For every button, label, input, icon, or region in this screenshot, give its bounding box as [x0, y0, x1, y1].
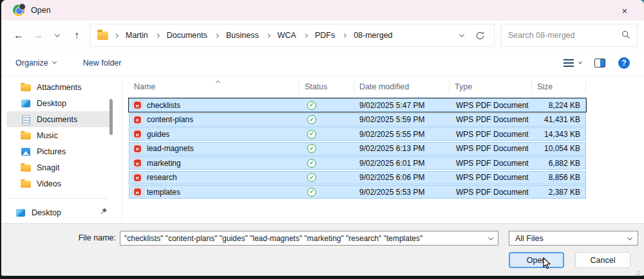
breadcrumb-item[interactable]: WCA: [276, 30, 298, 41]
column-header-type[interactable]: Type: [450, 80, 532, 93]
file-name: checklists: [147, 101, 180, 110]
sidebar-item-label: Attachments: [37, 83, 81, 92]
navigation-sidebar: Attachments Desktop Documents Music Pict…: [1, 76, 122, 223]
help-icon[interactable]: ?: [618, 57, 630, 69]
folder-icon: [21, 82, 31, 93]
file-size: 6,882 KB: [532, 157, 585, 169]
preview-pane-icon[interactable]: [594, 59, 605, 68]
file-type: WPS PDF Document: [450, 157, 532, 169]
sidebar-item-pictures[interactable]: Pictures: [6, 143, 113, 159]
chevron-right-icon: [342, 33, 346, 37]
chrome-app-icon: [13, 4, 24, 16]
folder-icon: [97, 32, 108, 40]
sidebar-item-desktop[interactable]: Desktop: [6, 95, 113, 111]
file-type-select[interactable]: All Files: [509, 231, 638, 246]
file-row-checklists[interactable]: checklists 9/02/2025 5:47 PM WPS PDF Doc…: [129, 98, 586, 112]
file-row-marketing[interactable]: marketing 9/02/2025 6:01 PM WPS PDF Docu…: [129, 156, 586, 170]
file-size: 8,224 KB: [532, 99, 585, 111]
search-input[interactable]: [508, 31, 621, 40]
file-type: WPS PDF Document: [450, 143, 532, 155]
close-icon[interactable]: ×: [612, 1, 638, 20]
list-view-icon: [564, 59, 574, 67]
back-icon[interactable]: ←: [9, 26, 28, 45]
sidebar-item-snagit[interactable]: Snagit: [6, 159, 113, 176]
file-type: WPS PDF Document: [450, 172, 532, 184]
pdf-file-icon: [133, 158, 142, 168]
breadcrumb-item[interactable]: 08-merged: [352, 30, 393, 41]
breadcrumb-item[interactable]: Martin: [124, 30, 149, 41]
status-ok-icon: [307, 115, 316, 124]
recent-locations-icon[interactable]: [48, 26, 67, 45]
file-date: 9/02/2025 5:59 PM: [354, 114, 450, 126]
pin-icon: [100, 208, 108, 217]
refresh-icon[interactable]: [475, 31, 485, 40]
breadcrumb-item[interactable]: PDFs: [314, 30, 336, 41]
window-title: Open: [31, 6, 51, 15]
view-mode-button[interactable]: [564, 59, 582, 67]
column-header-status[interactable]: Status: [299, 80, 354, 93]
dialog-content: Attachments Desktop Documents Music Pict…: [1, 76, 644, 223]
pictures-icon: [21, 147, 31, 157]
file-name-combobox: [120, 231, 498, 246]
column-header-date[interactable]: Date modified: [354, 80, 450, 93]
chevron-down-icon: [55, 32, 60, 37]
file-name: templates: [147, 188, 180, 197]
file-type: WPS PDF Document: [450, 186, 532, 198]
address-bar[interactable]: Martin Documents Business WCA PDFs 08-me…: [90, 24, 495, 47]
sidebar-item-music[interactable]: Music: [6, 127, 113, 143]
breadcrumb-item[interactable]: Documents: [166, 30, 209, 41]
search-icon[interactable]: [621, 30, 630, 41]
sidebar-item-videos[interactable]: Videos: [6, 176, 113, 192]
status-ok-icon: [307, 144, 316, 153]
file-row-templates[interactable]: templates 9/02/2025 5:53 PM WPS PDF Docu…: [129, 185, 586, 199]
pdf-file-icon: [133, 100, 142, 110]
status-ok-icon: [307, 130, 316, 139]
file-row-content-plans[interactable]: content-plans 9/02/2025 5:59 PM WPS PDF …: [129, 113, 586, 127]
file-date: 9/02/2025 5:55 PM: [354, 128, 450, 140]
breadcrumb: Martin Documents Business WCA PDFs 08-me…: [115, 30, 394, 41]
command-toolbar: Organize New folder ?: [1, 50, 644, 76]
sidebar-scrollbar[interactable]: [109, 99, 113, 135]
file-date: 9/02/2025 6:06 PM: [354, 172, 450, 184]
sidebar-item-documents[interactable]: Documents: [6, 111, 113, 127]
address-dropdown-icon[interactable]: [459, 32, 464, 37]
file-date: 9/02/2025 6:13 PM: [354, 143, 450, 155]
up-icon[interactable]: ↑: [67, 26, 86, 45]
open-button[interactable]: Open: [509, 252, 564, 268]
organize-button[interactable]: Organize: [15, 59, 56, 68]
file-date: 9/02/2025 6:01 PM: [354, 157, 450, 169]
pdf-file-icon: [133, 115, 142, 125]
file-name: research: [147, 173, 177, 182]
file-row-research[interactable]: research 9/02/2025 6:06 PM WPS PDF Docum…: [129, 171, 586, 184]
chevron-down-icon[interactable]: [488, 235, 493, 240]
navigation-bar: ← → ↑ Martin Documents Business WCA PDFs…: [1, 21, 644, 50]
file-size: 2,387 KB: [532, 186, 585, 198]
desktop-icon: [15, 208, 26, 218]
sidebar-item-label: Videos: [37, 179, 61, 188]
resize-grip[interactable]: [638, 271, 639, 273]
column-header-size[interactable]: Size: [532, 80, 586, 93]
file-date: 9/02/2025 5:47 PM: [354, 99, 450, 111]
sidebar-item-attachments[interactable]: Attachments: [6, 79, 113, 95]
new-folder-button[interactable]: New folder: [83, 59, 122, 68]
sidebar-item-desktop-pinned[interactable]: Desktop: [6, 204, 113, 221]
file-date: 9/02/2025 5:53 PM: [354, 186, 450, 198]
column-header-name[interactable]: Name: [129, 80, 299, 93]
column-header-row: Name Status Date modified Type Size: [129, 77, 644, 96]
status-ok-icon: [307, 173, 316, 182]
file-size: 41,431 KB: [532, 114, 585, 126]
cancel-button[interactable]: Cancel: [575, 252, 630, 268]
sidebar-item-label: Pictures: [37, 147, 66, 156]
chevron-right-icon: [266, 33, 270, 37]
file-row-guides[interactable]: guides 9/02/2025 5:55 PM WPS PDF Documen…: [129, 127, 586, 141]
file-name-input[interactable]: [120, 234, 489, 243]
mouse-cursor: [542, 257, 552, 272]
search-box: [501, 24, 638, 47]
chevron-down-icon: [52, 60, 57, 64]
folder-icon: [21, 130, 31, 141]
status-ok-icon: [307, 101, 316, 110]
file-row-lead-magnets[interactable]: lead-magnets 9/02/2025 6:13 PM WPS PDF D…: [129, 142, 586, 156]
chevron-right-icon: [114, 33, 118, 37]
forward-icon[interactable]: →: [28, 26, 48, 45]
breadcrumb-item[interactable]: Business: [225, 30, 260, 41]
